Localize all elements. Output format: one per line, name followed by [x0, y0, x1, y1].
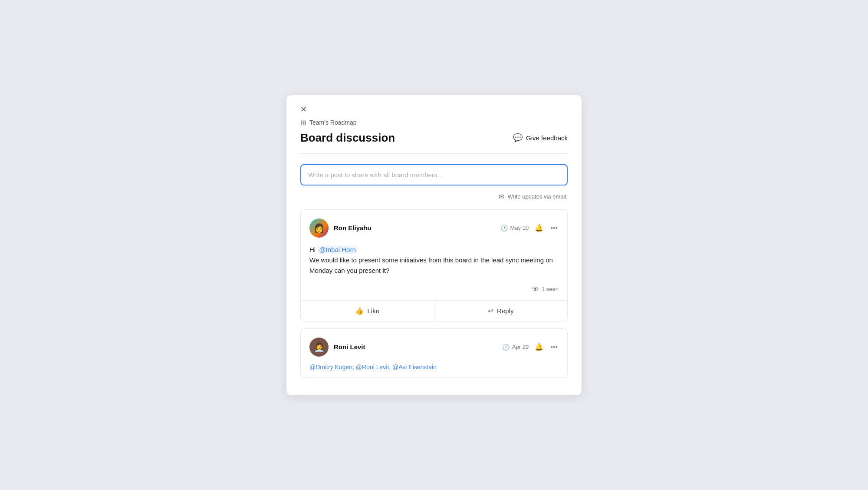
title-row: Board discussion 💬 Give feedback	[300, 131, 568, 154]
post-1-mention[interactable]: @Inbal Horn	[317, 245, 357, 254]
post-2-mentions: @Dmitry Kogen, @Roni Levit, @Avi Eisenst…	[309, 364, 559, 371]
close-row: ✕	[300, 106, 568, 113]
like-button-1[interactable]: 👍 Like	[301, 301, 434, 321]
post-card-2-content: 👩‍💼 Roni Levit 🕐 Apr 29 🔔 ••	[301, 329, 567, 377]
close-icon: ✕	[300, 105, 307, 114]
post-1-hi: Hi	[309, 246, 317, 253]
modal-body: ✉ Write updates via email: 👩 Ron Eliyahu…	[286, 154, 582, 395]
post-1-date: 🕐 May 10	[500, 225, 529, 232]
board-discussion-modal: ✕ ⊞ Team's Roadmap Board discussion 💬 Gi…	[286, 95, 582, 395]
post-2-author: 👩‍💼 Roni Levit	[309, 338, 365, 357]
post-1-seen-row: 👁 1 seen	[309, 282, 559, 293]
reply-button-1[interactable]: ↩ Reply	[434, 301, 568, 321]
bell-icon-1: 🔔	[535, 224, 543, 232]
email-update-row: ✉ Write updates via email:	[300, 192, 568, 201]
post-2-bell-button[interactable]: 🔔	[534, 342, 544, 352]
give-feedback-button[interactable]: 💬 Give feedback	[513, 133, 568, 142]
post-1-actions-right: 🕐 May 10 🔔 •••	[500, 223, 559, 233]
avatar-roni-emoji: 👩‍💼	[314, 342, 325, 352]
more-icon-2: •••	[550, 343, 558, 351]
post-card-2: 👩‍💼 Roni Levit 🕐 Apr 29 🔔 ••	[300, 328, 568, 378]
post-1-author: 👩 Ron Eliyahu	[309, 219, 372, 238]
post-2-more-button[interactable]: •••	[549, 342, 559, 352]
post-2-actions-right: 🕐 Apr 29 🔔 •••	[502, 342, 559, 352]
post-1-meta: 👩 Ron Eliyahu 🕐 May 10 🔔 •••	[309, 219, 559, 238]
modal-header: ✕ ⊞ Team's Roadmap Board discussion 💬 Gi…	[286, 95, 582, 154]
post-input[interactable]	[300, 164, 568, 185]
email-update-text: Write updates via email:	[508, 193, 568, 200]
email-icon: ✉	[499, 192, 504, 201]
more-icon-1: •••	[550, 224, 558, 232]
breadcrumb-text: Team's Roadmap	[309, 119, 357, 126]
post-1-seen-text: 1 seen	[542, 286, 559, 292]
feedback-icon: 💬	[513, 133, 523, 142]
like-icon-1: 👍	[355, 307, 364, 315]
breadcrumb: ⊞ Team's Roadmap	[300, 119, 568, 127]
post-1-date-text: May 10	[510, 225, 529, 231]
post-2-author-name: Roni Levit	[334, 343, 365, 351]
post-1-footer: 👍 Like ↩ Reply	[301, 300, 567, 321]
give-feedback-label: Give feedback	[526, 134, 568, 142]
breadcrumb-icon: ⊞	[300, 119, 306, 127]
post-1-body: We would like to present some initiative…	[309, 256, 553, 274]
reply-icon-1: ↩	[488, 307, 493, 315]
avatar-roni: 👩‍💼	[309, 338, 329, 357]
post-1-text: Hi @Inbal Horn We would like to present …	[309, 245, 559, 276]
post-card-1: 👩 Ron Eliyahu 🕐 May 10 🔔 •••	[300, 209, 568, 321]
page-title: Board discussion	[300, 131, 395, 145]
bell-icon-2: 🔔	[535, 343, 543, 351]
post-card-1-content: 👩 Ron Eliyahu 🕐 May 10 🔔 •••	[301, 210, 567, 300]
post-1-bell-button[interactable]: 🔔	[534, 223, 544, 233]
avatar-ron: 👩	[309, 219, 329, 238]
avatar-ron-emoji: 👩	[314, 223, 325, 233]
post-2-meta: 👩‍💼 Roni Levit 🕐 Apr 29 🔔 ••	[309, 338, 559, 357]
post-2-date-text: Apr 29	[512, 344, 529, 350]
post-2-date: 🕐 Apr 29	[502, 344, 529, 351]
post-1-author-name: Ron Eliyahu	[334, 224, 372, 232]
reply-label-1: Reply	[497, 307, 513, 315]
post-1-more-button[interactable]: •••	[549, 223, 559, 233]
eye-icon-1: 👁	[532, 285, 539, 293]
clock-icon-2: 🕐	[502, 344, 510, 351]
clock-icon-1: 🕐	[500, 225, 508, 232]
like-label-1: Like	[367, 307, 379, 315]
post-input-wrapper	[300, 164, 568, 185]
close-button[interactable]: ✕	[300, 106, 307, 113]
